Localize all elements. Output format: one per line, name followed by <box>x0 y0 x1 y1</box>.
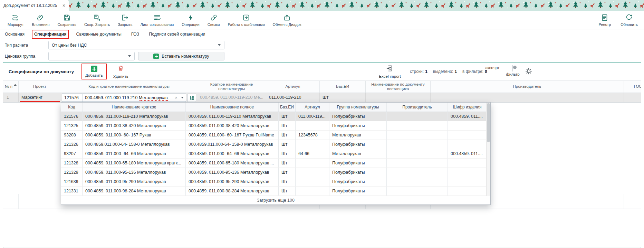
document-tab[interactable]: Доп.документ от 18.12.2025 × <box>0 0 69 11</box>
column-header-article[interactable]: Артикул <box>266 81 320 93</box>
tab-svyazannye-dokumenty[interactable]: Связанные документы <box>75 31 122 37</box>
popup-row[interactable]: 93208000.4859. 011.000- 60- 167 Рукав000… <box>61 131 487 140</box>
popup-cell <box>387 168 448 177</box>
popup-row[interactable]: 121325000.4859. 011.000-38-420 Металлору… <box>61 121 487 131</box>
popup-row[interactable]: 121331000.4859. 011.000-98-284 Металлору… <box>61 187 487 196</box>
toolbar-button-label: Сохранить <box>57 22 76 27</box>
price-group-label: Ценовая группа <box>5 54 35 59</box>
settings-gear-button[interactable] <box>525 68 532 76</box>
popup-cell: 121329 <box>61 168 83 177</box>
column-header-base-unit[interactable]: Баз.ЕИ <box>320 81 366 93</box>
toolbar-button-label: Связки <box>208 22 220 27</box>
annotation-underline <box>20 101 60 102</box>
row-supplier-doc-name-cell <box>366 93 431 102</box>
tree-select-button[interactable] <box>187 94 196 102</box>
chevron-down-icon[interactable] <box>179 97 186 98</box>
column-header-manufacturer[interactable]: Производитель <box>431 81 624 93</box>
load-more-button[interactable]: Загрузить еще 100 <box>61 196 490 204</box>
popup-cell: 000.4859. 011.000- 64- 66 Металлорукав <box>83 149 186 158</box>
toolbar-save-close-button[interactable]: Сохр. Закрыть <box>83 12 111 28</box>
tree-select-icon <box>189 95 195 101</box>
popup-column-header[interactable]: Код <box>61 103 83 112</box>
popup-cell: 000.4859. 011.000-65-180 Металлорукав ..… <box>186 159 279 168</box>
diadoc-exchange-icon <box>283 13 291 22</box>
popup-cell: 000.4859.011.000-64- 158-0 Металлорукав <box>83 140 186 149</box>
popup-cell <box>387 131 448 140</box>
popup-cell: 12345678 <box>296 131 329 140</box>
insert-nomenclature-button[interactable]: Вставить номенклатуру <box>138 52 224 60</box>
scrollbar-thumb[interactable] <box>487 103 490 142</box>
popup-cell: 000.4859. 011.000-95-136 Металлорукав <box>83 168 186 177</box>
toolbar-operations-button[interactable]: Операции <box>180 12 201 28</box>
popup-column-header[interactable]: Баз.ЕИ <box>279 103 296 112</box>
toolbar-close-button[interactable]: Закрыть <box>116 12 134 28</box>
toolbar-links-button[interactable]: Связки <box>206 12 221 28</box>
popup-column-header[interactable]: Наименование полное <box>186 103 279 112</box>
document-tabs: Основная Спецификация Связанные документ… <box>0 29 644 39</box>
delete-row-label: Удалить <box>113 74 128 78</box>
toolbar-button-label: Маршрут <box>8 22 24 27</box>
row-short-name-cell: 000.4859. 011.000-119-210 Ме... <box>197 93 266 102</box>
excel-import-button[interactable]: Excel import <box>375 65 404 78</box>
column-header-project[interactable]: Проект <box>19 81 61 93</box>
column-header-gost[interactable]: ГОСТ, <box>624 81 641 93</box>
calc-type-select[interactable]: От цены без НДС <box>48 41 224 49</box>
popup-row[interactable]: 93207000.4859. 011.000- 64- 66 Металлору… <box>61 149 487 159</box>
nomenclature-combobox[interactable]: 121576 000.4859. 011.000-119-210 Металло… <box>62 94 186 102</box>
popup-column-header[interactable]: Артикул <box>296 103 329 112</box>
popup-column-header[interactable]: Производитель <box>387 103 448 112</box>
export-button[interactable]: экспорт <box>482 65 502 70</box>
popup-cell <box>387 121 448 130</box>
insert-nomenclature-label: Вставить номенклатуру <box>162 54 209 59</box>
popup-cell: Полуфабрикаты <box>329 168 387 177</box>
selected-count: выделено:1 <box>433 69 457 74</box>
column-header-num[interactable]: № п <box>3 81 19 93</box>
toolbar-route-button[interactable]: Маршрут <box>6 12 25 28</box>
popup-header: КодНаименование краткоеНаименование полн… <box>61 103 487 112</box>
popup-column-header[interactable]: Шифр изделия <box>448 103 487 112</box>
row-article-cell: 011.000-119-210 <box>266 93 320 102</box>
delete-row-button[interactable]: Удалить <box>111 64 131 79</box>
grid-row-selected[interactable]: 1 Маркетинг 121576 000.4859. 011.000-119… <box>3 93 641 103</box>
popup-cell <box>296 121 329 130</box>
toolbar-button-label: Вложения <box>32 22 50 27</box>
popup-scrollbar[interactable] <box>486 103 490 196</box>
popup-cell: Полуфабрикаты <box>329 121 387 130</box>
toolbar-refresh-button[interactable]: Обновить <box>619 12 639 28</box>
tab-goz[interactable]: ГОЗ <box>131 31 140 37</box>
document-tab-title: Доп.документ от 18.12.2025 <box>3 3 60 8</box>
filter-toggle[interactable]: фильтр <box>504 65 522 76</box>
column-header-code-name[interactable]: Код и краткое наименование номенклатуры <box>61 81 197 93</box>
toolbar-registry-button[interactable]: Реестр <box>597 12 612 28</box>
close-tab-icon[interactable]: × <box>63 3 65 8</box>
toolbar-save-button[interactable]: Сохранить <box>56 12 78 28</box>
price-group-select[interactable] <box>48 52 135 60</box>
toolbar-button-label: Реестр <box>598 22 611 27</box>
popup-row[interactable]: 121576000.4859. 011.000-119-210 Металлор… <box>61 112 487 121</box>
operations-lightning-icon <box>186 13 195 22</box>
popup-cell: Металлорукав <box>329 131 387 140</box>
attachments-icon <box>37 13 45 22</box>
popup-row[interactable]: 121328000.4859. 011.000-65-180 Металлору… <box>61 159 487 168</box>
popup-row[interactable]: 121326000.4859.011.000-64- 158-0 Металло… <box>61 140 487 149</box>
toolbar-attachments-button[interactable]: Вложения <box>30 12 51 28</box>
tab-specifikaciya[interactable]: Спецификация <box>33 31 67 37</box>
toolbar-diadoc-button[interactable]: Обмен с Диадок <box>271 12 303 28</box>
add-row-button[interactable]: Добавить <box>83 65 105 78</box>
column-header-supplier-doc-name[interactable]: Наименование по документу поставщика <box>366 81 431 93</box>
toolbar-templates-button[interactable]: Работа с шаблонами <box>226 12 266 28</box>
tab-osnovnaya[interactable]: Основная <box>4 31 25 37</box>
popup-cell: 121639 <box>61 177 83 186</box>
popup-cell <box>296 159 329 168</box>
popup-cell: 000.4859. 011.000-95-136 Металлорукав <box>186 168 279 177</box>
toolbar-button-label: Работа с шаблонами <box>228 22 265 27</box>
clear-icon[interactable]: × <box>173 95 179 100</box>
popup-column-header[interactable]: Наименование краткое <box>83 103 186 112</box>
toolbar-approval-sheet-button[interactable]: Лист согласования <box>139 12 175 28</box>
column-header-short-name[interactable]: Краткое наименование номенклатуры <box>197 81 266 93</box>
popup-cell: 000.4859. 011.000-119-210 Металлорукав <box>83 112 186 121</box>
tab-podpisi[interactable]: Подписи своей организации <box>148 31 206 37</box>
popup-row[interactable]: 121329000.4859. 011.000-95-136 Металлору… <box>61 168 487 177</box>
popup-column-header[interactable]: Группа номенклатуры <box>329 103 387 112</box>
popup-row[interactable]: 121639000.4859. 011.000-95-290 Металлору… <box>61 177 487 187</box>
